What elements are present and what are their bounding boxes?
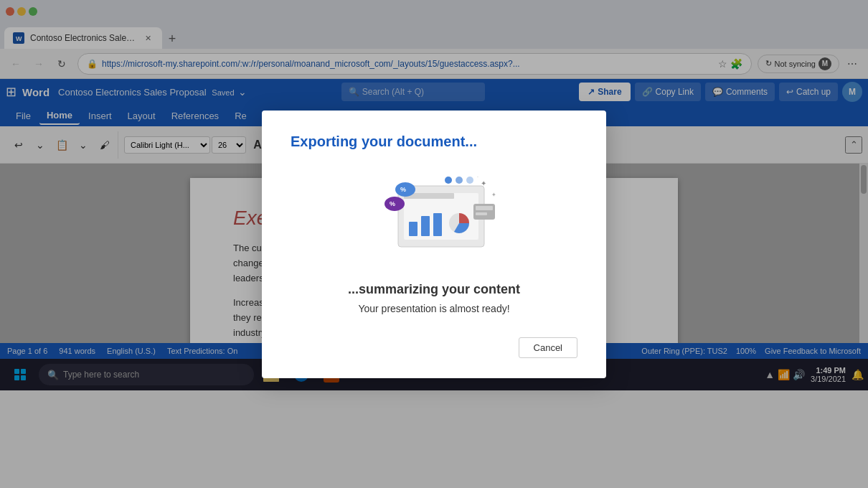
modal-illustration: % % ✦ ✦ · [362, 164, 506, 265]
modal-overlay: Exporting your document... [0, 0, 868, 488]
svg-point-20 [456, 177, 463, 184]
export-modal: Exporting your document... [262, 111, 606, 378]
svg-text:✦: ✦ [481, 179, 486, 187]
svg-text:·: · [477, 174, 478, 179]
modal-footer: Cancel [291, 337, 577, 358]
cancel-button[interactable]: Cancel [519, 337, 577, 358]
modal-subtitle: ...summarizing your content [348, 282, 520, 297]
svg-point-19 [445, 177, 452, 184]
svg-text:✦: ✦ [491, 192, 496, 198]
modal-title: Exporting your document... [291, 133, 477, 150]
svg-rect-23 [476, 206, 493, 210]
modal-description: Your presentation is almost ready! [358, 303, 509, 314]
svg-rect-12 [433, 213, 442, 236]
svg-text:%: % [390, 200, 395, 207]
svg-rect-11 [421, 216, 430, 236]
svg-rect-10 [409, 222, 418, 236]
svg-rect-24 [476, 212, 487, 215]
svg-text:%: % [400, 186, 406, 193]
svg-point-21 [466, 177, 473, 184]
